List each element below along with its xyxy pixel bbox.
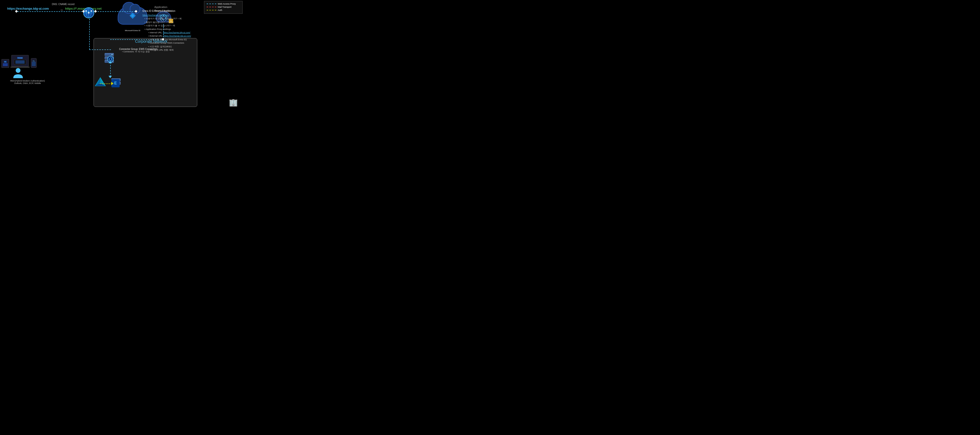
mail-transport-line-icon (207, 7, 216, 7)
client-devices-area: OL Outlook OL (2, 55, 37, 68)
vert-connector-line (110, 62, 111, 77)
hma-label-line1: HMA(Hybrid Modern Authentication) (1, 80, 54, 82)
vert-line-left (89, 19, 90, 50)
globe-icon (83, 7, 95, 19)
svg-point-6 (88, 12, 89, 14)
enterprise-app-info: Entra ID Enterprise Application https://… (143, 9, 203, 52)
enterprise-app-bullets: 사용자가 로그인할 수 있습니까? – 예 할당이 필요합니까? – 아니요 사… (143, 17, 203, 52)
person-icon (12, 67, 24, 80)
auth-line-icon (207, 10, 216, 10)
internal-url-link: https://exchange.tdg-ai.com/ (163, 31, 190, 34)
url-left: https://exchange.tdg-ai.com (7, 7, 49, 10)
svg-marker-11 (109, 58, 110, 59)
legend-item-auth: Auth (207, 9, 240, 11)
enterprise-app-title: Entra ID Enterprise Application (143, 9, 203, 13)
server-unit-1 (105, 53, 114, 56)
sub-bullet-4: Connector Group: EWS Connectors (148, 41, 203, 45)
legend-item-mail-transport: Mail Transport (207, 6, 240, 8)
auth-arrow-head (111, 82, 114, 85)
hma-label: HMA(Hybrid Modern Authentication) Outloo… (1, 80, 54, 84)
device-laptop: Outlook (10, 55, 30, 68)
device-phone: OL (31, 58, 37, 68)
diamond-left (15, 10, 18, 13)
bullet-1: 사용자가 로그인할 수 있습니까? – 예 (145, 17, 203, 20)
sub-bullet-3: 사전 인증: 통과 (vs Microsoft Entra ID) (148, 38, 203, 41)
web-access-proxy-line (18, 11, 135, 12)
enterprise-app-sub-bullets: Internal URL: https://exchange.tdg-ai.co… (145, 31, 203, 52)
external-url-link: https://exchange.tdg-ai.com/ (164, 35, 191, 37)
legend-item-web-access: Web Access Proxy (207, 3, 240, 5)
outlook-tag-laptop: Outlook (17, 57, 23, 59)
azure-pyramid-icon (95, 77, 106, 89)
dns-label: DNS: CNAME record (52, 3, 75, 6)
arrow-down-icon (108, 76, 112, 78)
sub-bullet-1: Internal URL: https://exchange.tdg-ai.co… (148, 31, 203, 34)
building-icon: 🏢 (229, 98, 238, 107)
enterprise-app-url: https://exchange.tdg-ai.com (143, 14, 203, 17)
arrow-up-icon (108, 61, 112, 63)
legend-box: Web Access Proxy Mail Transport Auth (204, 1, 243, 14)
bullet-4: Application Proxy Settings (145, 27, 203, 31)
bullet-3: 사용자가 볼 수 있습니까? – 예 (145, 24, 203, 27)
sub-bullet-6: 머리글의 URL 변환: 해제 (148, 48, 203, 52)
bullet-2: 할당이 필요합니까? – 아니요 (145, 21, 203, 24)
legend-label-auth: Auth (218, 9, 222, 11)
legend-label-mail-transport: Mail Transport (218, 6, 232, 8)
phone-label: OL (33, 60, 35, 62)
web-access-line-icon (207, 4, 216, 4)
svg-point-16 (16, 68, 21, 73)
hma-label-line2: Outlook, OWA, ECP, Mobile (1, 82, 54, 84)
legend-label-web-access: Web Access Proxy (218, 3, 236, 5)
entra-id-label (129, 12, 136, 19)
sub-bullet-5: 시간 제한: 길게(180초) (148, 45, 203, 48)
device-small: OL (2, 59, 9, 68)
sub-bullet-2: External URL: https://exchange.tdg-ai.co… (148, 34, 203, 38)
auth-arrow-line (100, 83, 112, 84)
outlook-tag-small: OL (4, 61, 7, 63)
